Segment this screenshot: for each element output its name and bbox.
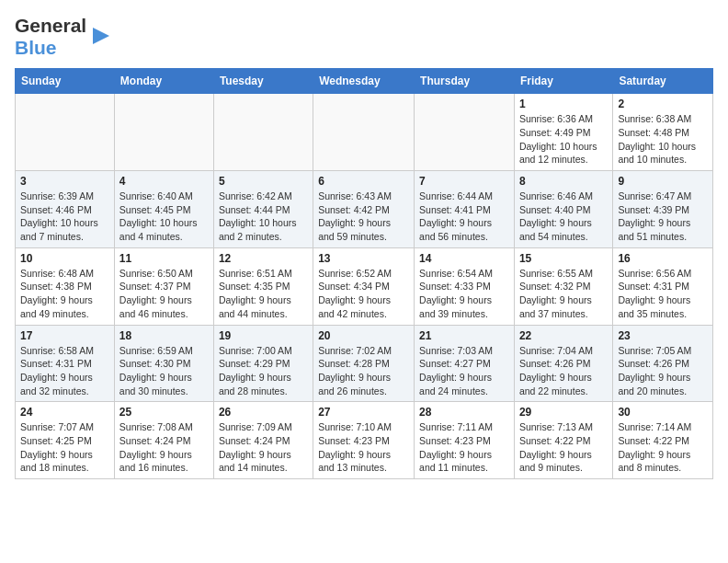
logo-text-blue: Blue bbox=[15, 37, 86, 59]
day-info: Sunrise: 6:44 AM Sunset: 4:41 PM Dayligh… bbox=[419, 190, 509, 244]
calendar-cell bbox=[213, 94, 313, 171]
day-number: 24 bbox=[20, 406, 109, 419]
day-number: 28 bbox=[419, 406, 509, 419]
day-number: 4 bbox=[119, 175, 209, 188]
day-number: 18 bbox=[119, 329, 209, 342]
calendar-cell: 9Sunrise: 6:47 AM Sunset: 4:39 PM Daylig… bbox=[613, 171, 713, 248]
calendar-cell: 24Sunrise: 7:07 AM Sunset: 4:25 PM Dayli… bbox=[16, 402, 115, 479]
day-info: Sunrise: 6:52 AM Sunset: 4:34 PM Dayligh… bbox=[318, 267, 409, 321]
calendar-week-row: 10Sunrise: 6:48 AM Sunset: 4:38 PM Dayli… bbox=[16, 247, 713, 325]
calendar-cell: 21Sunrise: 7:03 AM Sunset: 4:27 PM Dayli… bbox=[415, 325, 515, 402]
calendar-cell: 27Sunrise: 7:10 AM Sunset: 4:23 PM Dayli… bbox=[313, 402, 415, 479]
calendar-cell: 8Sunrise: 6:46 AM Sunset: 4:40 PM Daylig… bbox=[514, 171, 612, 248]
day-number: 17 bbox=[20, 329, 109, 342]
day-info: Sunrise: 6:46 AM Sunset: 4:40 PM Dayligh… bbox=[519, 190, 608, 244]
calendar-cell: 30Sunrise: 7:14 AM Sunset: 4:22 PM Dayli… bbox=[613, 402, 713, 479]
day-number: 21 bbox=[419, 329, 509, 342]
day-info: Sunrise: 7:09 AM Sunset: 4:24 PM Dayligh… bbox=[219, 420, 308, 475]
calendar-cell: 26Sunrise: 7:09 AM Sunset: 4:24 PM Dayli… bbox=[213, 402, 313, 479]
weekday-header-wednesday: Wednesday bbox=[313, 69, 415, 94]
calendar-cell: 13Sunrise: 6:52 AM Sunset: 4:34 PM Dayli… bbox=[313, 247, 415, 325]
day-info: Sunrise: 6:56 AM Sunset: 4:31 PM Dayligh… bbox=[618, 267, 708, 321]
day-info: Sunrise: 7:08 AM Sunset: 4:24 PM Dayligh… bbox=[119, 420, 209, 475]
day-info: Sunrise: 6:47 AM Sunset: 4:39 PM Dayligh… bbox=[618, 190, 708, 244]
day-info: Sunrise: 7:14 AM Sunset: 4:22 PM Dayligh… bbox=[618, 420, 708, 475]
calendar-cell: 11Sunrise: 6:50 AM Sunset: 4:37 PM Dayli… bbox=[114, 247, 213, 325]
weekday-header-monday: Monday bbox=[114, 69, 213, 94]
day-info: Sunrise: 6:55 AM Sunset: 4:32 PM Dayligh… bbox=[519, 267, 608, 321]
day-number: 5 bbox=[219, 175, 308, 188]
day-info: Sunrise: 7:02 AM Sunset: 4:28 PM Dayligh… bbox=[318, 344, 409, 398]
day-number: 15 bbox=[519, 252, 608, 265]
calendar-header-row: SundayMondayTuesdayWednesdayThursdayFrid… bbox=[16, 69, 713, 94]
weekday-header-friday: Friday bbox=[514, 69, 612, 94]
calendar-cell: 5Sunrise: 6:42 AM Sunset: 4:44 PM Daylig… bbox=[213, 171, 313, 248]
calendar-week-row: 17Sunrise: 6:58 AM Sunset: 4:31 PM Dayli… bbox=[16, 325, 713, 402]
day-number: 12 bbox=[219, 252, 308, 265]
calendar-cell bbox=[114, 94, 213, 171]
calendar-cell: 29Sunrise: 7:13 AM Sunset: 4:22 PM Dayli… bbox=[514, 402, 612, 479]
weekday-header-sunday: Sunday bbox=[16, 69, 115, 94]
day-info: Sunrise: 6:40 AM Sunset: 4:45 PM Dayligh… bbox=[119, 190, 209, 244]
day-number: 9 bbox=[618, 175, 708, 188]
day-info: Sunrise: 7:04 AM Sunset: 4:26 PM Dayligh… bbox=[519, 344, 608, 398]
day-number: 1 bbox=[519, 98, 608, 110]
svg-marker-0 bbox=[93, 28, 109, 44]
weekday-header-saturday: Saturday bbox=[613, 69, 713, 94]
day-number: 29 bbox=[519, 406, 608, 419]
calendar-table: SundayMondayTuesdayWednesdayThursdayFrid… bbox=[15, 68, 713, 479]
day-info: Sunrise: 6:50 AM Sunset: 4:37 PM Dayligh… bbox=[119, 267, 209, 321]
day-number: 23 bbox=[618, 329, 708, 342]
day-info: Sunrise: 6:42 AM Sunset: 4:44 PM Dayligh… bbox=[219, 190, 308, 244]
day-number: 2 bbox=[618, 98, 708, 110]
calendar-cell: 3Sunrise: 6:39 AM Sunset: 4:46 PM Daylig… bbox=[16, 171, 115, 248]
day-info: Sunrise: 6:48 AM Sunset: 4:38 PM Dayligh… bbox=[20, 267, 109, 321]
day-number: 16 bbox=[618, 252, 708, 265]
calendar-cell: 15Sunrise: 6:55 AM Sunset: 4:32 PM Dayli… bbox=[514, 247, 612, 325]
calendar-cell: 19Sunrise: 7:00 AM Sunset: 4:29 PM Dayli… bbox=[213, 325, 313, 402]
calendar-cell bbox=[415, 94, 515, 171]
logo-arrow-icon bbox=[91, 26, 111, 46]
day-info: Sunrise: 6:38 AM Sunset: 4:48 PM Dayligh… bbox=[618, 112, 708, 167]
day-number: 7 bbox=[419, 175, 509, 188]
day-info: Sunrise: 6:36 AM Sunset: 4:49 PM Dayligh… bbox=[519, 112, 608, 167]
calendar-cell bbox=[313, 94, 415, 171]
day-info: Sunrise: 6:51 AM Sunset: 4:35 PM Dayligh… bbox=[219, 267, 308, 321]
day-number: 25 bbox=[119, 406, 209, 419]
day-number: 22 bbox=[519, 329, 608, 342]
calendar-week-row: 24Sunrise: 7:07 AM Sunset: 4:25 PM Dayli… bbox=[16, 402, 713, 479]
calendar-cell: 16Sunrise: 6:56 AM Sunset: 4:31 PM Dayli… bbox=[613, 247, 713, 325]
day-number: 19 bbox=[219, 329, 308, 342]
day-info: Sunrise: 6:58 AM Sunset: 4:31 PM Dayligh… bbox=[20, 344, 109, 398]
calendar-cell: 6Sunrise: 6:43 AM Sunset: 4:42 PM Daylig… bbox=[313, 171, 415, 248]
calendar-cell bbox=[16, 94, 115, 171]
day-number: 6 bbox=[318, 175, 409, 188]
day-info: Sunrise: 6:54 AM Sunset: 4:33 PM Dayligh… bbox=[419, 267, 509, 321]
day-info: Sunrise: 6:43 AM Sunset: 4:42 PM Dayligh… bbox=[318, 190, 409, 244]
calendar-cell: 7Sunrise: 6:44 AM Sunset: 4:41 PM Daylig… bbox=[415, 171, 515, 248]
calendar-cell: 22Sunrise: 7:04 AM Sunset: 4:26 PM Dayli… bbox=[514, 325, 612, 402]
day-info: Sunrise: 6:39 AM Sunset: 4:46 PM Dayligh… bbox=[20, 190, 109, 244]
day-number: 13 bbox=[318, 252, 409, 265]
calendar-cell: 23Sunrise: 7:05 AM Sunset: 4:26 PM Dayli… bbox=[613, 325, 713, 402]
day-info: Sunrise: 7:05 AM Sunset: 4:26 PM Dayligh… bbox=[618, 344, 708, 398]
calendar-cell: 2Sunrise: 6:38 AM Sunset: 4:48 PM Daylig… bbox=[613, 94, 713, 171]
calendar-cell: 20Sunrise: 7:02 AM Sunset: 4:28 PM Dayli… bbox=[313, 325, 415, 402]
weekday-header-thursday: Thursday bbox=[415, 69, 515, 94]
calendar-cell: 12Sunrise: 6:51 AM Sunset: 4:35 PM Dayli… bbox=[213, 247, 313, 325]
day-info: Sunrise: 7:11 AM Sunset: 4:23 PM Dayligh… bbox=[419, 420, 509, 475]
weekday-header-tuesday: Tuesday bbox=[213, 69, 313, 94]
calendar-cell: 14Sunrise: 6:54 AM Sunset: 4:33 PM Dayli… bbox=[415, 247, 515, 325]
logo: General Blue bbox=[15, 15, 111, 59]
day-number: 10 bbox=[20, 252, 109, 265]
calendar-cell: 4Sunrise: 6:40 AM Sunset: 4:45 PM Daylig… bbox=[114, 171, 213, 248]
day-number: 30 bbox=[618, 406, 708, 419]
day-number: 8 bbox=[519, 175, 608, 188]
day-number: 11 bbox=[119, 252, 209, 265]
page-header: General Blue bbox=[15, 15, 713, 59]
day-info: Sunrise: 7:07 AM Sunset: 4:25 PM Dayligh… bbox=[20, 420, 109, 475]
day-info: Sunrise: 7:13 AM Sunset: 4:22 PM Dayligh… bbox=[519, 420, 608, 475]
calendar-cell: 25Sunrise: 7:08 AM Sunset: 4:24 PM Dayli… bbox=[114, 402, 213, 479]
day-number: 27 bbox=[318, 406, 409, 419]
day-info: Sunrise: 6:59 AM Sunset: 4:30 PM Dayligh… bbox=[119, 344, 209, 398]
